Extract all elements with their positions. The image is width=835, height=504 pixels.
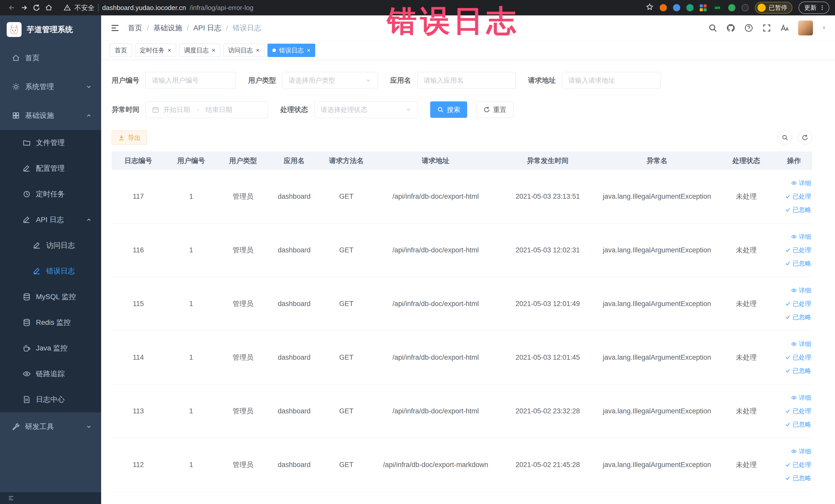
github-icon[interactable] bbox=[726, 23, 735, 33]
download-icon bbox=[118, 134, 125, 141]
action-processed[interactable]: 已处理 bbox=[776, 243, 811, 257]
action-processed[interactable]: 已处理 bbox=[776, 351, 811, 364]
action-detail[interactable]: 详细 bbox=[776, 284, 811, 297]
sidebar-item-label: 配置管理 bbox=[36, 164, 65, 173]
extension-icon-4[interactable] bbox=[728, 4, 735, 11]
eye-icon bbox=[791, 287, 797, 293]
app-logo[interactable]: 芋道管理系统 bbox=[0, 15, 101, 44]
action-ignored[interactable]: 已忽略 bbox=[776, 310, 811, 324]
extension-icon-3[interactable] bbox=[686, 4, 694, 11]
sidebar-item-log-center[interactable]: 日志中心 bbox=[0, 387, 101, 412]
update-chip[interactable]: 更新 bbox=[798, 2, 829, 14]
action-label: 已忽略 bbox=[793, 420, 811, 428]
sidebar-item-file-mgmt[interactable]: 文件管理 bbox=[0, 130, 101, 156]
breadcrumb-item[interactable]: 基础设施 bbox=[154, 23, 182, 33]
sidebar-item-api-log[interactable]: API 日志 bbox=[0, 207, 101, 233]
sidebar-item-java-monitor[interactable]: Java 监控 bbox=[0, 335, 101, 361]
user-id-input[interactable] bbox=[145, 72, 236, 89]
sidebar-toggle-icon[interactable] bbox=[110, 23, 120, 33]
action-ignored[interactable]: 已忽略 bbox=[776, 364, 811, 378]
address-bar[interactable]: 不安全 dashboard.yudao.iocoder.cn/infra/log… bbox=[64, 3, 253, 12]
kebab-menu-icon[interactable] bbox=[819, 5, 825, 11]
tab-schedule-log[interactable]: 调度日志 × bbox=[179, 44, 220, 57]
sidebar-item-dev-tools[interactable]: 研发工具 bbox=[0, 412, 101, 441]
filter-app-name: 应用名 bbox=[390, 72, 516, 89]
extension-icon-1[interactable] bbox=[660, 4, 667, 11]
close-icon[interactable]: × bbox=[168, 47, 171, 54]
tab-access-log[interactable]: 访问日志 × bbox=[223, 44, 264, 57]
sidebar-item-infra[interactable]: 基础设施 bbox=[0, 101, 101, 130]
avatar[interactable] bbox=[798, 21, 813, 36]
sidebar-item-mysql-monitor[interactable]: MySQL 监控 bbox=[0, 284, 101, 310]
export-button-label: 导出 bbox=[128, 134, 141, 142]
action-detail[interactable]: 详细 bbox=[776, 445, 811, 458]
help-icon[interactable] bbox=[744, 23, 753, 33]
search-icon bbox=[437, 106, 444, 113]
toggle-search-button[interactable] bbox=[778, 130, 792, 145]
back-icon[interactable] bbox=[6, 2, 18, 14]
search-button[interactable]: 搜索 bbox=[430, 101, 467, 118]
user-type-select[interactable]: 请选择用户类型 bbox=[282, 72, 378, 89]
tab-error-log[interactable]: 错误日志 × bbox=[267, 44, 315, 57]
check-icon bbox=[785, 207, 791, 213]
main: 首页 / 基础设施 / API 日志 / 错误日志 ▼ bbox=[101, 15, 835, 504]
sidebar-collapse-bar[interactable] bbox=[0, 492, 101, 504]
close-icon[interactable]: × bbox=[307, 47, 310, 54]
action-processed[interactable]: 已处理 bbox=[776, 404, 811, 418]
sidebar-item-error-log[interactable]: 错误日志 bbox=[0, 258, 101, 284]
action-detail[interactable]: 详细 bbox=[776, 337, 811, 351]
sidebar-item-scheduled-task[interactable]: 定时任务 bbox=[0, 181, 101, 207]
close-icon[interactable]: × bbox=[212, 47, 216, 54]
reset-button[interactable]: 重置 bbox=[476, 101, 513, 118]
breadcrumb-item[interactable]: 首页 bbox=[128, 23, 142, 33]
check-icon bbox=[785, 368, 791, 374]
browser-home-icon[interactable] bbox=[43, 2, 55, 14]
close-icon[interactable]: × bbox=[256, 47, 260, 54]
sidebar-item-config-mgmt[interactable]: 配置管理 bbox=[0, 156, 101, 181]
action-ignored[interactable]: 已忽略 bbox=[776, 471, 811, 485]
action-processed[interactable]: 已处理 bbox=[776, 458, 811, 471]
font-size-icon[interactable] bbox=[780, 23, 789, 33]
coffee-icon bbox=[23, 344, 31, 352]
app-name-input[interactable] bbox=[417, 72, 516, 89]
extension-icon-2[interactable] bbox=[673, 4, 680, 11]
action-ignored[interactable]: 已忽略 bbox=[776, 203, 811, 217]
cell-exception-name: java.lang.IllegalArgumentException bbox=[597, 331, 717, 384]
action-processed[interactable]: 已处理 bbox=[776, 190, 811, 203]
search-icon[interactable] bbox=[708, 23, 717, 33]
cell-status: 未处理 bbox=[717, 277, 776, 331]
bookmark-star-icon[interactable] bbox=[646, 3, 653, 13]
action-detail[interactable]: 详细 bbox=[776, 391, 811, 404]
tab-home[interactable]: 首页 bbox=[110, 44, 132, 57]
action-ignored[interactable]: 已忽略 bbox=[776, 257, 811, 270]
refresh-button[interactable] bbox=[798, 130, 812, 145]
chevron-down-icon[interactable]: ▼ bbox=[822, 25, 826, 31]
extension-on-badge[interactable]: on bbox=[713, 4, 722, 11]
extension-grid-icon[interactable] bbox=[700, 4, 707, 11]
action-ignored[interactable]: 已忽略 bbox=[776, 418, 811, 431]
screen: 不安全 dashboard.yudao.iocoder.cn/infra/log… bbox=[0, 0, 835, 504]
extension-icon-5[interactable] bbox=[741, 4, 749, 11]
export-button[interactable]: 导出 bbox=[111, 130, 147, 145]
filter-row-1: 用户编号 用户类型 请选择用户类型 应用名 bbox=[111, 72, 812, 89]
action-detail[interactable]: 详细 bbox=[776, 230, 811, 243]
forward-icon[interactable] bbox=[18, 2, 30, 14]
sidebar-item-redis-monitor[interactable]: Redis 监控 bbox=[0, 310, 101, 335]
select-placeholder: 请选择用户类型 bbox=[288, 76, 335, 85]
breadcrumb-item[interactable]: API 日志 bbox=[194, 23, 222, 33]
sidebar-item-system[interactable]: 系统管理 bbox=[0, 73, 101, 101]
tab-scheduled-task[interactable]: 定时任务 × bbox=[135, 44, 176, 57]
request-url-input[interactable] bbox=[562, 72, 660, 89]
sidebar-item-trace[interactable]: 链路追踪 bbox=[0, 361, 101, 387]
cell-method: GET bbox=[320, 384, 373, 438]
fullscreen-icon[interactable] bbox=[762, 23, 771, 33]
sidebar-item-access-log[interactable]: 访问日志 bbox=[0, 233, 101, 258]
action-processed[interactable]: 已处理 bbox=[776, 297, 811, 310]
date-range-picker[interactable]: 开始日期 - 结束日期 bbox=[145, 101, 268, 118]
process-status-select[interactable]: 请选择处理状态 bbox=[314, 101, 418, 118]
reload-icon[interactable] bbox=[30, 2, 43, 14]
sync-paused-chip[interactable]: 已暂停 bbox=[755, 2, 792, 14]
action-detail[interactable]: 详细 bbox=[776, 176, 811, 190]
sidebar-item-home[interactable]: 首页 bbox=[0, 44, 101, 73]
chevron-up-icon bbox=[86, 113, 92, 119]
